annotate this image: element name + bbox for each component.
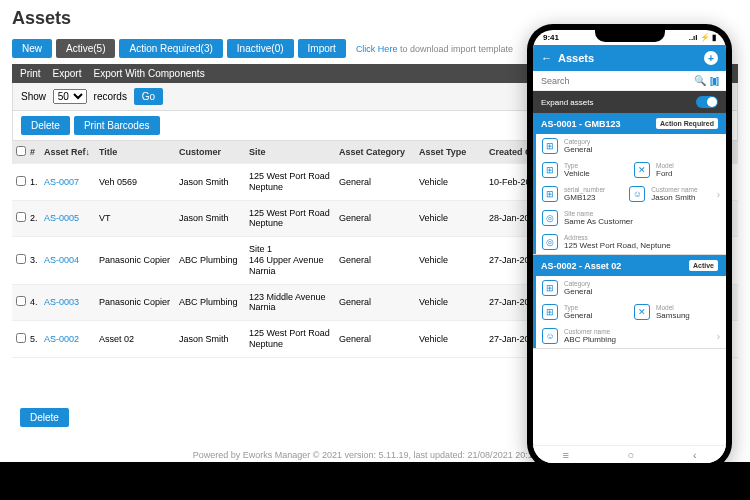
page-size-select[interactable]: 50	[53, 89, 87, 104]
phone-notch	[595, 30, 665, 42]
col-type[interactable]: Asset Type	[419, 147, 489, 157]
inactive-filter-button[interactable]: Inactive(0)	[227, 39, 294, 58]
print-barcodes-button[interactable]: Print Barcodes	[74, 116, 160, 135]
expand-toggle-row: Expand assets	[533, 91, 726, 113]
col-site[interactable]: Site	[249, 147, 339, 158]
model-icon: ✕	[634, 304, 650, 320]
cell-site: Site 1146 Upper AvenueNarnia	[249, 244, 339, 276]
row-checkbox[interactable]	[16, 296, 26, 306]
asset-card: AS-0001 - GMB123 Action Required ⊞ Categ…	[533, 113, 726, 255]
type-icon: ⊞	[542, 162, 558, 178]
phone-mockup: 9:41 ..ıl ⚡ ▮ ← Assets + 🔍 [▮] Expand as…	[527, 24, 732, 469]
app-bar: ← Assets +	[533, 45, 726, 71]
expand-label: Expand assets	[541, 98, 593, 107]
status-time: 9:41	[543, 33, 559, 42]
cell-type: Vehicle	[419, 297, 489, 307]
new-button[interactable]: New	[12, 39, 52, 58]
row-checkbox[interactable]	[16, 212, 26, 222]
delete-button[interactable]: Delete	[21, 116, 70, 135]
cell-type: Vehicle	[419, 255, 489, 265]
search-bar: 🔍 [▮]	[533, 71, 726, 91]
address-icon: ◎	[542, 234, 558, 250]
col-customer[interactable]: Customer	[179, 147, 249, 157]
select-all-checkbox[interactable]	[16, 146, 26, 156]
cell-title: Panasonic Copier	[99, 255, 179, 265]
cell-category: General	[339, 213, 419, 223]
cell-title: Veh 0569	[99, 177, 179, 187]
print-link[interactable]: Print	[20, 68, 41, 79]
back-icon[interactable]: ←	[541, 52, 552, 64]
cell-customer: ABC Plumbing	[179, 297, 249, 307]
cell-customer: Jason Smith	[179, 334, 249, 344]
recent-apps-icon[interactable]: ≡	[562, 449, 568, 461]
col-category[interactable]: Asset Category	[339, 147, 419, 157]
cell-site: 123 Middle AvenueNarnia	[249, 292, 339, 314]
row-index: 1.	[30, 177, 44, 187]
row-checkbox[interactable]	[16, 254, 26, 264]
cell-type: Vehicle	[419, 177, 489, 187]
asset-ref-link[interactable]: AS-0002	[44, 334, 99, 344]
chevron-right-icon[interactable]: ›	[717, 331, 720, 342]
cell-category: General	[339, 334, 419, 344]
cell-customer: Jason Smith	[179, 213, 249, 223]
category-icon: ⊞	[542, 280, 558, 296]
row-index: 3.	[30, 255, 44, 265]
cell-type: Vehicle	[419, 334, 489, 344]
cell-category: General	[339, 297, 419, 307]
asset-ref-link[interactable]: AS-0005	[44, 213, 99, 223]
card-header[interactable]: AS-0002 - Asset 02 Active	[533, 255, 726, 276]
active-filter-button[interactable]: Active(5)	[56, 39, 115, 58]
asset-ref-link[interactable]: AS-0004	[44, 255, 99, 265]
model-icon: ✕	[634, 162, 650, 178]
go-button[interactable]: Go	[134, 88, 163, 105]
card-title: AS-0001 - GMB123	[541, 119, 621, 129]
cell-category: General	[339, 177, 419, 187]
cell-title: Panasonic Copier	[99, 297, 179, 307]
export-link[interactable]: Export	[53, 68, 82, 79]
chevron-right-icon[interactable]: ›	[717, 189, 720, 200]
android-navbar: ≡ ○ ‹	[533, 445, 726, 463]
action-required-filter-button[interactable]: Action Required(3)	[119, 39, 222, 58]
type-icon: ⊞	[542, 304, 558, 320]
back-nav-icon[interactable]: ‹	[693, 449, 697, 461]
barcode-scan-icon[interactable]: [▮]	[710, 76, 718, 86]
home-icon[interactable]: ○	[628, 449, 635, 461]
row-checkbox[interactable]	[16, 333, 26, 343]
asset-ref-link[interactable]: AS-0003	[44, 297, 99, 307]
card-header[interactable]: AS-0001 - GMB123 Action Required	[533, 113, 726, 134]
row-index: 5.	[30, 334, 44, 344]
import-button[interactable]: Import	[298, 39, 346, 58]
customer-icon: ☺	[629, 186, 645, 202]
cell-site: 125 West Port RoadNeptune	[249, 171, 339, 193]
cell-customer: Jason Smith	[179, 177, 249, 187]
asset-card: AS-0002 - Asset 02 Active ⊞ CategoryGene…	[533, 255, 726, 349]
site-icon: ◎	[542, 210, 558, 226]
cell-title: Asset 02	[99, 334, 179, 344]
category-icon: ⊞	[542, 138, 558, 154]
row-checkbox[interactable]	[16, 176, 26, 186]
expand-toggle[interactable]	[696, 96, 718, 108]
status-icons: ..ıl ⚡ ▮	[689, 33, 716, 42]
export-components-link[interactable]: Export With Components	[93, 68, 204, 79]
download-template-link[interactable]: Click Here to download import template	[356, 44, 513, 54]
asset-ref-link[interactable]: AS-0007	[44, 177, 99, 187]
delete-button-bottom[interactable]: Delete	[20, 408, 69, 427]
cell-site: 125 West Port RoadNeptune	[249, 328, 339, 350]
status-badge: Active	[689, 260, 718, 271]
col-asset-ref[interactable]: Asset Ref↓	[44, 147, 99, 157]
row-index: 4.	[30, 297, 44, 307]
customer-icon: ☺	[542, 328, 558, 344]
card-title: AS-0002 - Asset 02	[541, 261, 621, 271]
col-number: #	[30, 147, 44, 157]
col-title[interactable]: Title	[99, 147, 179, 157]
search-icon[interactable]: 🔍	[694, 75, 706, 86]
cell-customer: ABC Plumbing	[179, 255, 249, 265]
show-label: Show	[21, 91, 46, 102]
cell-category: General	[339, 255, 419, 265]
add-icon[interactable]: +	[704, 51, 718, 65]
cell-site: 125 West Port RoadNeptune	[249, 208, 339, 230]
status-badge: Action Required	[656, 118, 718, 129]
search-input[interactable]	[541, 76, 694, 86]
cell-title: VT	[99, 213, 179, 223]
records-label: records	[94, 91, 127, 102]
